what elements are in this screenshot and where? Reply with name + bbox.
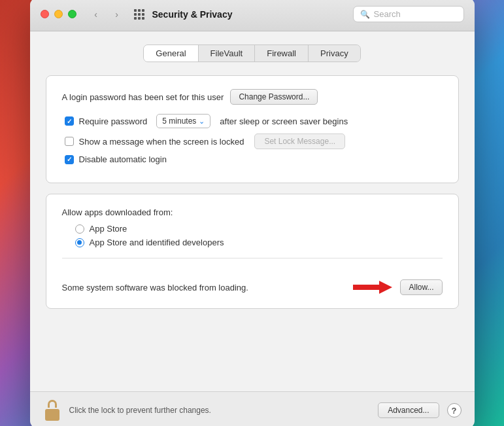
tab-firewall[interactable]: Firewall [255, 45, 309, 62]
tab-general[interactable]: General [144, 45, 198, 62]
require-password-label: Require password [79, 116, 148, 126]
traffic-lights [41, 10, 76, 18]
blocked-software-row: Some system software was blocked from lo… [62, 269, 443, 295]
show-message-checkbox[interactable] [65, 137, 74, 146]
forward-button[interactable]: › [108, 7, 126, 22]
close-button[interactable] [41, 10, 49, 18]
divider [62, 258, 443, 258]
disable-login-label: Disable automatic login [79, 154, 167, 164]
password-row: A login password has been set for this u… [62, 89, 443, 105]
dropdown-value: 5 minutes [162, 116, 196, 126]
window-title: Security & Privacy [152, 9, 233, 20]
disable-login-row: Disable automatic login [62, 154, 443, 164]
search-input[interactable] [374, 9, 459, 19]
allow-button[interactable]: Allow... [400, 279, 442, 295]
change-password-button[interactable]: Change Password... [230, 89, 318, 105]
lock-body [45, 409, 59, 421]
content-area: General FileVault Firewall Privacy A log… [30, 31, 475, 391]
app-store-radio-row: App Store [62, 224, 443, 234]
help-button[interactable]: ? [447, 403, 462, 417]
allow-apps-panel: Allow apps downloaded from: App Store Ap… [46, 194, 459, 309]
blocked-text: Some system software was blocked from lo… [62, 283, 346, 293]
tab-privacy[interactable]: Privacy [309, 45, 360, 62]
nav-buttons: ‹ › [87, 7, 126, 22]
app-store-label: App Store [90, 224, 127, 234]
maximize-button[interactable] [68, 10, 76, 18]
search-icon: 🔍 [360, 10, 370, 19]
password-panel: A login password has been set for this u… [46, 75, 459, 183]
chevron-down-icon: ⌄ [199, 117, 205, 126]
lock-shackle [48, 400, 57, 408]
disable-login-checkbox[interactable] [65, 155, 74, 164]
password-text: A login password has been set for this u… [62, 92, 224, 102]
system-preferences-window: ‹ › Security & Privacy 🔍 General FileVau… [30, 0, 475, 426]
password-timeout-dropdown[interactable]: 5 minutes ⌄ [156, 114, 210, 128]
tab-filevault[interactable]: FileVault [199, 45, 256, 62]
show-message-label: Show a message when the screen is locked [79, 137, 244, 147]
advanced-button[interactable]: Advanced... [378, 402, 439, 418]
identified-developers-label: App Store and identified developers [90, 238, 224, 247]
back-button[interactable]: ‹ [87, 7, 105, 22]
titlebar: ‹ › Security & Privacy 🔍 [30, 0, 475, 31]
grid-icon[interactable] [134, 9, 146, 20]
lock-icon[interactable] [43, 400, 61, 421]
show-message-row: Show a message when the screen is locked… [62, 133, 443, 149]
identified-developers-radio[interactable] [75, 238, 84, 247]
red-arrow-icon [353, 279, 392, 295]
app-store-radio[interactable] [75, 224, 84, 234]
require-password-checkbox[interactable] [65, 116, 74, 126]
bottom-bar: Click the lock to prevent further change… [30, 391, 475, 426]
after-sleep-label: after sleep or screen saver begins [220, 116, 348, 126]
lock-label: Click the lock to prevent further change… [69, 406, 371, 415]
identified-developers-radio-row: App Store and identified developers [62, 238, 443, 247]
minimize-button[interactable] [54, 10, 63, 18]
svg-marker-0 [353, 281, 392, 294]
require-password-row: Require password 5 minutes ⌄ after sleep… [62, 114, 443, 128]
tabs-container: General FileVault Firewall Privacy [46, 44, 459, 62]
tabs: General FileVault Firewall Privacy [143, 44, 360, 62]
search-box[interactable]: 🔍 [353, 6, 464, 22]
set-lock-message-button: Set Lock Message... [254, 133, 345, 149]
allow-apps-label: Allow apps downloaded from: [62, 207, 443, 217]
